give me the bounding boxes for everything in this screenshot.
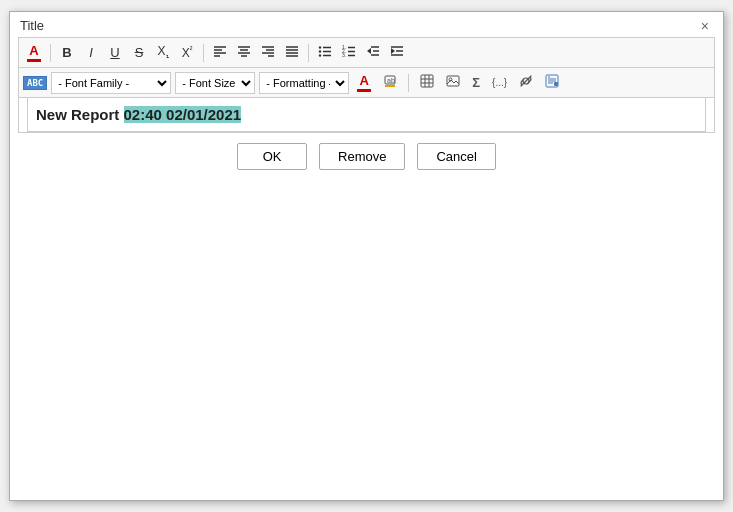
link-icon <box>519 74 533 88</box>
svg-text:ab: ab <box>387 77 395 84</box>
divider3 <box>308 44 309 62</box>
align-right-button[interactable] <box>257 43 279 62</box>
indent-increase-icon <box>390 45 404 57</box>
svg-rect-39 <box>421 75 433 87</box>
table-icon <box>420 74 434 88</box>
subscript-button[interactable]: X₁ <box>152 42 174 62</box>
indent-decrease-icon <box>366 45 380 57</box>
bold-button[interactable]: B <box>56 43 78 62</box>
font-size-select[interactable]: - Font Size - <box>175 72 255 94</box>
content-text-highlighted: 02:40 02/01/2021 <box>124 106 242 123</box>
font-color-icon-row2: A <box>360 73 369 88</box>
list-ordered-button[interactable]: 1. 2. 3. <box>338 43 360 62</box>
insert-table-button[interactable] <box>416 72 438 93</box>
toolbar: A B I U S X₁ X² <box>18 37 715 133</box>
insert-formula-button[interactable]: Σ <box>468 73 484 92</box>
underline-button[interactable]: U <box>104 43 126 62</box>
align-left-button[interactable] <box>209 43 231 62</box>
insert-image-button[interactable] <box>442 72 464 93</box>
close-button[interactable]: × <box>697 19 713 33</box>
insert-widget-button[interactable] <box>541 72 563 93</box>
svg-line-46 <box>524 79 528 83</box>
highlight-button[interactable]: ab <box>379 72 401 93</box>
align-right-icon <box>261 45 275 57</box>
svg-point-18 <box>319 50 321 52</box>
widget-icon <box>545 74 559 88</box>
insert-code-button[interactable]: {...} <box>488 75 511 90</box>
abc-tag[interactable]: ABC <box>23 76 47 90</box>
svg-rect-44 <box>447 76 459 86</box>
align-justify-button[interactable] <box>281 43 303 62</box>
indent-increase-button[interactable] <box>386 43 408 62</box>
svg-text:3.: 3. <box>342 52 346 57</box>
svg-point-20 <box>319 54 321 56</box>
font-color-button-row2[interactable]: A <box>353 71 375 94</box>
font-color-button[interactable]: A <box>23 41 45 64</box>
highlight-icon: ab <box>383 74 397 88</box>
font-color-bar <box>27 59 41 62</box>
insert-link-button[interactable] <box>515 72 537 93</box>
formatting-select[interactable]: - Formatting - <box>259 72 349 94</box>
cancel-button[interactable]: Cancel <box>417 143 495 170</box>
font-family-select[interactable]: - Font Family - <box>51 72 171 94</box>
toolbar-row1: A B I U S X₁ X² <box>19 38 714 68</box>
dialog-title: Title <box>20 18 44 33</box>
svg-marker-32 <box>391 48 395 54</box>
superscript-button[interactable]: X² <box>176 43 198 62</box>
divider4 <box>408 74 409 92</box>
indent-decrease-button[interactable] <box>362 43 384 62</box>
remove-button[interactable]: Remove <box>319 143 405 170</box>
content-text-normal: New Report <box>36 106 124 123</box>
toolbar-row2: ABC - Font Family - - Font Size - - Form… <box>19 68 714 98</box>
list-ordered-icon: 1. 2. 3. <box>342 45 356 57</box>
content-editor[interactable]: New Report 02:40 02/01/2021 <box>27 98 706 132</box>
svg-rect-37 <box>385 85 395 87</box>
align-center-button[interactable] <box>233 43 255 62</box>
divider2 <box>203 44 204 62</box>
divider1 <box>50 44 51 62</box>
dialog: Title × A B I U S X₁ X² <box>9 11 724 501</box>
strikethrough-button[interactable]: S <box>128 43 150 62</box>
italic-button[interactable]: I <box>80 43 102 62</box>
svg-rect-52 <box>554 82 558 86</box>
align-center-icon <box>237 45 251 57</box>
image-icon <box>446 74 460 88</box>
list-unordered-icon <box>318 45 332 57</box>
title-bar: Title × <box>10 12 723 37</box>
footer-bar: OK Remove Cancel <box>10 133 723 182</box>
align-justify-icon <box>285 45 299 57</box>
font-color-icon: A <box>29 43 38 58</box>
list-unordered-button[interactable] <box>314 43 336 62</box>
align-left-icon <box>213 45 227 57</box>
svg-marker-28 <box>367 48 371 54</box>
ok-button[interactable]: OK <box>237 143 307 170</box>
font-color-bar-row2 <box>357 89 371 92</box>
svg-point-16 <box>319 46 321 48</box>
